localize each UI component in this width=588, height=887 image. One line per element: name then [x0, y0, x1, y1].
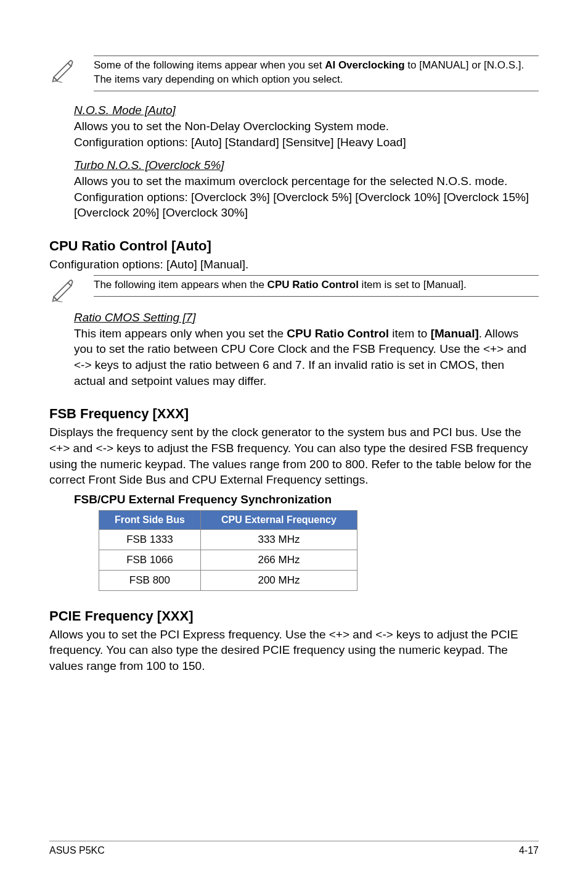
- table-row: FSB 1066 266 MHz: [99, 550, 357, 570]
- ratio-cmos-body: This item appears only when you set the …: [74, 326, 539, 389]
- cpu-ratio-body: Configuration options: [Auto] [Manual].: [49, 257, 539, 273]
- turbo-body: Allows you to set the maximum overclock …: [74, 173, 539, 221]
- fsb-freq-heading: FSB Frequency [XXX]: [49, 406, 539, 422]
- table-row: FSB 1333 333 MHz: [99, 529, 357, 550]
- page-footer: ASUS P5KC 4-17: [49, 841, 539, 856]
- nos-mode-heading: N.O.S. Mode [Auto]: [74, 104, 539, 117]
- pcie-heading: PCIE Frequency [XXX]: [49, 608, 539, 624]
- pencil-icon: [49, 56, 79, 83]
- table-row: FSB 800 200 MHz: [99, 570, 357, 590]
- footer-left: ASUS P5KC: [49, 845, 105, 856]
- pencil-icon: [49, 275, 79, 302]
- note-text: The following item appears when the CPU …: [94, 275, 539, 297]
- cpu-ratio-heading: CPU Ratio Control [Auto]: [49, 238, 539, 254]
- note-block: Some of the following items appear when …: [49, 56, 539, 95]
- fsb-table: Front Side Bus CPU External Frequency FS…: [99, 510, 357, 591]
- turbo-heading: Turbo N.O.S. [Overclock 5%]: [74, 159, 539, 172]
- note-block: The following item appears when the CPU …: [49, 275, 539, 302]
- table-header: CPU External Frequency: [200, 510, 357, 529]
- nos-mode-line2: Configuration options: [Auto] [Standard]…: [74, 134, 539, 151]
- table-header: Front Side Bus: [99, 510, 201, 529]
- fsb-freq-body: Displays the frequency sent by the clock…: [49, 424, 539, 488]
- ratio-cmos-heading: Ratio CMOS Setting [7]: [74, 311, 539, 324]
- pcie-body: Allows you to set the PCI Express freque…: [49, 627, 539, 674]
- nos-mode-line1: Allows you to set the Non-Delay Overcloc…: [74, 118, 539, 134]
- footer-right: 4-17: [519, 845, 539, 856]
- table-title: FSB/CPU External Frequency Synchronizati…: [74, 493, 539, 506]
- note-text: Some of the following items appear when …: [94, 56, 539, 91]
